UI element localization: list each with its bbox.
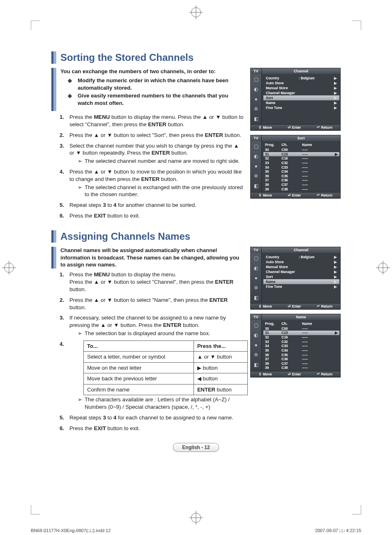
step-item: 4.To...Press the...Select a letter, numb…	[60, 340, 244, 411]
osd-tv-label: TV	[251, 135, 262, 141]
registration-mark	[191, 513, 201, 523]
osd-menu-item[interactable]: Name ▶	[265, 100, 338, 105]
osd-menu-label: Country	[266, 76, 279, 80]
note-arrow-icon: ➢	[78, 330, 82, 337]
osd-menu-label: Channel Manager	[266, 91, 295, 95]
osd-table-row[interactable]: 37 C36 -----	[265, 357, 338, 361]
osd-footer: Move Enter Return	[251, 303, 340, 309]
intro-text: Channel names will be assigned automatic…	[60, 247, 244, 269]
osd-tv-label: TV	[251, 247, 262, 253]
osd-menu-item[interactable]: Channel Manager ▶	[265, 269, 338, 274]
osd-menu-item[interactable]: Auto Store ▶	[265, 81, 338, 86]
table-row: Move back the previous letter◀ button	[84, 373, 248, 384]
chevron-right-icon: ▶	[335, 331, 338, 335]
footer-meta: BN68-01177H-X0Eng-0807(□□).indd 12 2007-…	[31, 528, 361, 533]
table-cell: Move on the next letter	[84, 362, 194, 373]
osd-sidebar-icons: ▢ ◐ ● ✲ ◧	[251, 253, 262, 303]
osd-menu-label: Name	[266, 101, 275, 105]
osd-table-row[interactable]: 38 C37 -----	[265, 361, 338, 366]
table-row: Move on the next letter▶ button	[84, 362, 248, 373]
crop-mark	[352, 21, 361, 30]
section1-steps: 1.Press the MENU button to display the m…	[51, 113, 244, 220]
osd-table-row[interactable]: 36 C35 -----	[265, 174, 338, 178]
osd-table-row[interactable]: 39 C38 -----	[265, 187, 338, 192]
osd-menu-item[interactable]: Manual Store ▶	[265, 264, 338, 269]
osd-table-row[interactable]: 39 C38 -----	[265, 366, 338, 370]
osd-menu-item[interactable]: Sort ▶	[263, 95, 339, 100]
osd-footer-move: Move	[258, 193, 272, 197]
osd-table-row[interactable]: 35 C34 -----	[265, 348, 338, 353]
osd-table-row[interactable]: 33 C32 -----	[265, 161, 338, 165]
input-icon: ◧	[254, 362, 258, 368]
picture-icon: ▢	[254, 255, 258, 261]
setup-icon: ✲	[254, 173, 258, 179]
osd-menu-item[interactable]: Name ▶	[263, 279, 339, 284]
step-text: If necessary, select the channel to be a…	[69, 315, 226, 328]
osd-menu-label: Sort	[266, 96, 273, 100]
osd-footer-move: Move	[258, 304, 272, 308]
osd-name-list: TV Name ▢ ◐ ● ✲ ◧ Prog.Ch.Name 30 C50 --…	[250, 314, 341, 378]
section2-intro: Channel names will be assigned automatic…	[51, 247, 244, 269]
table-header: To...	[84, 340, 194, 352]
osd-table-row[interactable]: 34 C33 -----	[265, 344, 338, 348]
osd-menu-label: Manual Store	[266, 86, 288, 90]
table-row: Select a letter, number or symbol▲ or ▼ …	[84, 352, 248, 363]
osd-menu-item[interactable]: Country : Belgium ▶	[265, 76, 338, 81]
osd-table-row[interactable]: 32 C16 -----	[265, 335, 338, 340]
osd-menu-label: Sort	[266, 275, 273, 279]
osd-table-row[interactable]: 38 C37 -----	[265, 183, 338, 187]
osd-table-row[interactable]: 36 C35 -----	[265, 353, 338, 357]
osd-table-row[interactable]: 33 C32 -----	[265, 340, 338, 344]
osd-cell-prog: 33	[265, 161, 281, 165]
setup-icon: ✲	[254, 106, 258, 112]
registration-mark	[4, 263, 14, 273]
chevron-right-icon: ▶	[334, 106, 337, 110]
input-icon: ◧	[254, 183, 258, 189]
osd-footer-move: Move	[258, 125, 272, 130]
osd-cell-name: -----	[302, 187, 338, 192]
step-item: 3.If necessary, select the channel to be…	[60, 314, 244, 337]
osd-cell-ch: C50	[281, 148, 302, 152]
osd-sidebar-icons: ▢ ◐ ● ✲ ◧	[251, 141, 262, 192]
sound-icon: ◐	[254, 86, 258, 92]
osd-cell-prog: 36	[265, 353, 281, 357]
step-item: 2.Press the ▲ or ▼ button to select "Nam…	[60, 296, 244, 311]
osd-cell-name: -----	[302, 178, 338, 183]
chevron-right-icon: ▶	[334, 101, 337, 105]
note-text: The selection bar is displayed around th…	[85, 330, 210, 337]
osd-cell-name: -----	[302, 331, 335, 335]
osd-table-row[interactable]: 31 C23 ----- ▶	[263, 152, 339, 157]
osd-menu-item[interactable]: Fine Tune ▶	[265, 284, 338, 289]
step-number: 4.	[60, 340, 64, 348]
step-note: ➢The selected channel number and name ar…	[69, 157, 244, 165]
osd-cell-name: -----	[302, 344, 338, 348]
osd-cell-name: -----	[302, 183, 338, 187]
step-number: 1.	[60, 271, 64, 278]
osd-cell-name: -----	[302, 327, 338, 331]
section-accent-bar	[51, 51, 56, 64]
step-text: Select the channel number that you wish …	[69, 143, 239, 156]
section2-header: Assigning Channels Names	[51, 230, 341, 243]
osd-table-row[interactable]: 31 C23 ----- ▶	[263, 331, 339, 335]
osd-table-row[interactable]: 30 C50 -----	[265, 327, 338, 331]
osd-table-row[interactable]: 32 C16 -----	[265, 156, 338, 161]
footer-date: 2007-08-07 □□ 4:22:15	[315, 528, 361, 533]
osd-menu-item[interactable]: Channel Manager ▶	[265, 90, 338, 95]
osd-menu-item[interactable]: Auto Store ▶	[265, 259, 338, 264]
osd-footer: Move Enter Return	[251, 192, 340, 198]
osd-menu-item[interactable]: Country : Belgium ▶	[265, 255, 338, 259]
chevron-right-icon: ▶	[334, 96, 337, 100]
osd-menu-item[interactable]: Sort ▶	[265, 274, 338, 279]
step-item: 2.Press the ▲ or ▼ button to select "Sor…	[60, 132, 244, 139]
osd-cell-name: -----	[302, 348, 338, 353]
osd-table-row[interactable]: 34 C33 -----	[265, 165, 338, 170]
osd-menu-item[interactable]: Manual Store ▶	[265, 86, 338, 90]
step-item: 1.Press the MENU button to display the m…	[60, 271, 244, 293]
step-text: Press the EXIT button to exit.	[69, 425, 140, 431]
step-item: 1.Press the MENU button to display the m…	[60, 113, 244, 128]
osd-menu-item[interactable]: Fine Tune ▶	[265, 105, 338, 110]
osd-table-row[interactable]: 37 C36 -----	[265, 178, 338, 183]
osd-table-row[interactable]: 35 C34 -----	[265, 169, 338, 174]
osd-table-row[interactable]: 30 C50 -----	[265, 148, 338, 152]
osd-cell-ch: C35	[281, 353, 302, 357]
